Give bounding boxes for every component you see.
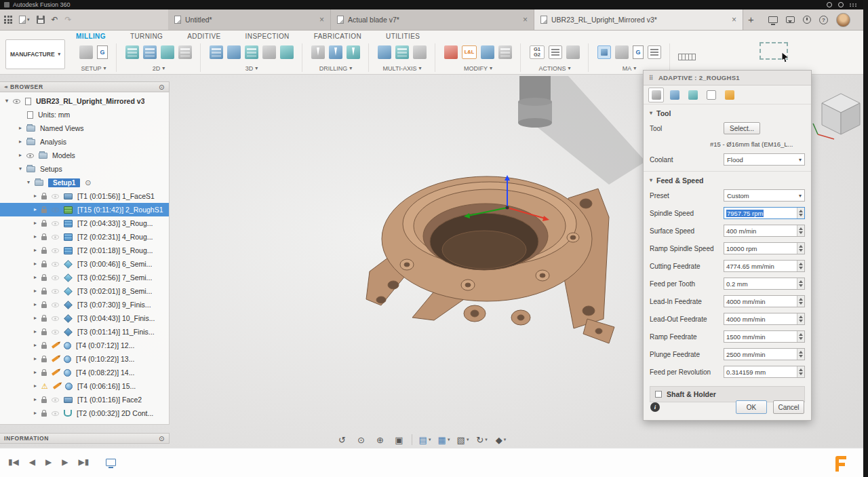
ok-button[interactable]: OK	[736, 400, 767, 414]
spinner[interactable]	[797, 331, 804, 342]
visibility-icon[interactable]	[52, 411, 59, 416]
visibility-icon[interactable]	[52, 248, 59, 253]
expand-icon[interactable]: ▾	[19, 166, 22, 172]
ribbon-tab-utilities[interactable]: UTILITIES	[386, 33, 420, 40]
2d-pocket-icon[interactable]	[143, 45, 157, 59]
surface-speed-input[interactable]: 400 m/min	[724, 225, 805, 237]
expand-icon[interactable]: ▸	[34, 356, 37, 362]
group-label[interactable]: 3D▾	[245, 65, 258, 72]
redo-button[interactable]: ↷	[65, 15, 72, 24]
lock-icon[interactable]	[41, 195, 47, 199]
view-cube[interactable]	[811, 80, 868, 141]
undo-button[interactable]: ↶	[52, 15, 58, 24]
group-label[interactable]: 2D▾	[153, 65, 165, 72]
lead-out-feedrate-input[interactable]: 4000 mm/min	[724, 313, 805, 325]
tool-library-icon[interactable]	[615, 45, 629, 59]
machined-part-model[interactable]	[366, 176, 614, 343]
visibility-icon[interactable]	[52, 316, 59, 321]
dialog-tab-passes[interactable]	[703, 88, 719, 102]
simulation-display-icon[interactable]	[106, 459, 116, 466]
feed-per-revolution-input[interactable]: 0.314159 mm	[724, 366, 805, 378]
lock-icon[interactable]	[41, 263, 47, 267]
visibility-icon[interactable]	[52, 289, 59, 294]
expand-icon[interactable]: ▸	[34, 343, 37, 348]
ramp-feedrate-input[interactable]: 1500 mm/min	[724, 330, 805, 343]
lock-icon[interactable]	[41, 331, 47, 335]
panel-target-icon[interactable]: ⊙	[159, 435, 165, 442]
go-to-end-button[interactable]: ▶▮	[79, 457, 90, 467]
collapse-section-icon[interactable]: ▾	[650, 178, 652, 183]
dialog-tab-geometry[interactable]	[667, 88, 682, 102]
comments-icon[interactable]	[786, 16, 795, 23]
expand-icon[interactable]: ▸	[34, 288, 37, 294]
visibility-icon[interactable]	[52, 221, 59, 226]
operation-row[interactable]: ▸ [T2 (0:02:31)] 4_Roug...	[0, 230, 169, 244]
operation-row[interactable]: ▸ [T1 (0:01:16)] Face2	[0, 393, 169, 406]
expand-icon[interactable]: ▸	[34, 329, 37, 335]
expand-icon[interactable]: ▾	[27, 180, 30, 185]
browser-header[interactable]: ◂◂ BROWSER ⊙	[0, 81, 170, 92]
visibility-icon[interactable]	[52, 303, 59, 307]
folder-row-models[interactable]: ▸ Models	[0, 149, 169, 162]
folder-row-setups[interactable]: ▾ Setups	[0, 162, 169, 176]
group-label[interactable]: ACTIONS▾	[538, 65, 570, 72]
2d-adaptive-icon[interactable]	[125, 45, 139, 59]
setup-icon[interactable]	[79, 45, 93, 59]
post-process-icon[interactable]: G	[633, 45, 644, 59]
link-and-lead-icon[interactable]: L&L	[462, 45, 477, 59]
expand-icon[interactable]: ▸	[19, 139, 22, 145]
grid-snap-button[interactable]: ▦▾	[435, 432, 452, 447]
lock-icon[interactable]	[41, 304, 47, 308]
setup-row[interactable]: ▾ Setup1 ⊙	[0, 176, 169, 189]
spinner[interactable]	[797, 278, 804, 289]
expand-icon[interactable]: ▸	[34, 193, 37, 199]
document-tab[interactable]: Actual blade v7* ×	[331, 9, 534, 30]
tool-cylinder[interactable]	[518, 76, 552, 128]
preset-select[interactable]: Custom ▾	[724, 189, 805, 202]
app-grid-icon[interactable]	[4, 16, 12, 24]
active-setup-icon[interactable]: ⊙	[85, 179, 91, 187]
fit-button[interactable]: ▣	[391, 432, 408, 447]
lock-icon[interactable]	[41, 290, 47, 294]
operation-row[interactable]: ▸ [T2 (0:01:18)] 5_Roug...	[0, 244, 169, 257]
measure-ruler-icon[interactable]	[678, 54, 696, 60]
drill-icon[interactable]	[311, 45, 325, 59]
tool-section-header[interactable]: ▾ Tool	[644, 104, 811, 119]
spinner[interactable]	[797, 349, 804, 360]
document-tab[interactable]: Untitled* ×	[168, 9, 331, 30]
3d-pocket-icon[interactable]	[227, 45, 241, 59]
flow-icon[interactable]	[395, 45, 409, 59]
spinner[interactable]	[797, 296, 804, 307]
new-tab-button[interactable]: +	[748, 14, 754, 25]
operation-row[interactable]: ▸ [T2 (0:04:33)] 3_Roug...	[0, 216, 169, 230]
lock-icon[interactable]	[41, 250, 47, 254]
expand-icon[interactable]: ▸	[34, 411, 37, 416]
info-icon[interactable]: i	[650, 402, 660, 412]
close-tab-icon[interactable]: ×	[732, 15, 736, 24]
lock-icon[interactable]	[41, 277, 47, 281]
step-back-button[interactable]: ◀	[29, 457, 35, 467]
workspace-switcher[interactable]: MANUFACTURE ▾	[5, 39, 65, 69]
document-tab-active[interactable]: UBR23_RL_Upright_Mirrored v3* ×	[534, 9, 743, 30]
operation-row[interactable]: ▸ [T3 (0:04:43)] 10_Finis...	[0, 311, 169, 325]
coolant-select[interactable]: Flood ▾	[724, 153, 805, 166]
lock-icon[interactable]	[41, 236, 47, 240]
lock-icon[interactable]	[41, 358, 47, 362]
ribbon-tab-additive[interactable]: ADDITIVE	[187, 33, 220, 40]
user-avatar[interactable]	[836, 13, 850, 27]
zoom-button[interactable]: ⊕	[372, 432, 389, 447]
collapse-panel-icon[interactable]: ◂◂	[4, 84, 6, 90]
group-label[interactable]: MODIFY▾	[464, 65, 492, 72]
visibility-icon[interactable]	[52, 262, 59, 267]
expand-icon[interactable]: ▸	[34, 275, 37, 280]
operation-row[interactable]: ▸ [T3 (0:00:46)] 6_Semi...	[0, 257, 169, 271]
expand-icon[interactable]: ▸	[34, 316, 37, 321]
group-label[interactable]: SETUP▾	[81, 65, 106, 72]
slot-icon[interactable]	[178, 45, 192, 59]
operation-row-warning[interactable]: ▸ ⚠ [T4 (0:06:16)] 15...	[0, 379, 169, 393]
extension-icon[interactable]	[768, 16, 778, 23]
simulate-icon[interactable]	[566, 45, 580, 59]
viewport-layout-button[interactable]: ▧▾	[454, 432, 471, 447]
close-tab-icon[interactable]: ×	[523, 15, 528, 24]
lock-icon[interactable]	[41, 223, 47, 227]
